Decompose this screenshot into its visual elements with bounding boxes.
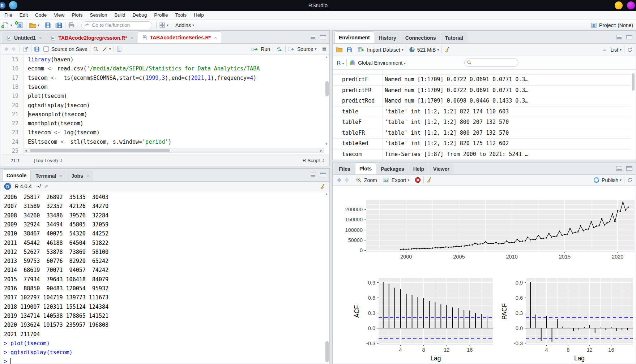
file-type-selector[interactable]: R Script⇕ [303,158,325,163]
scope-selector[interactable]: (Top Level)⇕ [34,158,63,163]
menu-item-session[interactable]: Session [86,11,111,20]
refresh-plot-icon[interactable] [627,177,633,183]
chevron-down-icon[interactable]: ▾ [315,47,316,51]
plots-tab-viewer[interactable]: Viewer [429,163,454,174]
close-icon[interactable]: × [39,35,42,41]
maximize-pane-icon[interactable] [320,35,326,39]
editor-tab-tabacode1timeseries-r[interactable]: TABAcode1timeSeries.R*× [138,31,221,43]
close-icon[interactable]: × [214,35,217,40]
source-on-save-checkbox[interactable] [43,46,49,52]
close-icon[interactable]: × [60,173,63,179]
open-in-new-icon[interactable]: ⇗ [44,183,48,190]
hscroll-thumb[interactable] [30,149,170,152]
environment-tab-connections[interactable]: Connections [401,32,440,43]
environment-row[interactable]: table'table' int [1:2, 1:2] 822 174 110 … [333,107,631,118]
menu-item-edit[interactable]: Edit [16,11,31,20]
environment-row[interactable]: predictFRNamed num [1:1709] 0.0722 0.069… [333,86,631,96]
menu-item-code[interactable]: Code [31,11,50,20]
back-icon[interactable] [3,46,9,52]
menu-item-file[interactable]: File [1,11,16,20]
console-tab-terminal[interactable]: Terminal× [31,170,67,181]
environment-row[interactable]: tableRed'table' int [1:2, 1:2] 820 175 1… [333,139,631,150]
refresh-icon[interactable] [627,47,633,53]
menu-item-plots[interactable]: Plots [68,11,86,20]
environment-tab-environment[interactable]: Environment [334,31,374,43]
open-in-window-icon[interactable] [22,46,29,52]
menu-item-build[interactable]: Build [111,11,129,20]
open-file-button[interactable]: ▾ [29,22,39,29]
scroll-up-icon[interactable]: ▲ [325,56,328,59]
scroll-left-icon[interactable]: ◀ [25,149,27,152]
environment-selector[interactable]: Global Environment▾ [358,60,406,66]
environment-row[interactable]: predictRedNamed num [1:1709] 0.0698 0.04… [333,96,631,107]
next-plot-icon[interactable] [344,177,350,183]
run-button[interactable]: Run [251,46,270,52]
chevron-down-icon[interactable]: ▾ [109,47,111,51]
scroll-right-icon[interactable]: ▶ [320,149,323,152]
menu-item-view[interactable]: View [50,11,68,20]
menu-item-tools[interactable]: Tools [172,11,191,20]
language-selector[interactable]: R▾ [337,60,344,66]
minimize-pane-icon[interactable] [616,166,622,171]
chevron-down-icon[interactable]: ▾ [10,23,12,27]
environment-tab-tutorial[interactable]: Tutorial [441,32,468,43]
remove-plot-icon[interactable] [415,177,421,183]
console-output[interactable]: 2006 25817 26892 35135 304032007 31589 3… [0,191,324,364]
plots-tab-files[interactable]: Files [334,163,355,174]
print-button[interactable] [68,22,74,29]
console-tab-console[interactable]: Console [2,169,31,181]
compile-report-icon[interactable] [116,46,122,52]
save-button[interactable] [45,22,51,28]
environment-row[interactable]: tableFR'table' int [1:2, 1:2] 800 207 13… [333,128,631,139]
window-control-magenta-icon[interactable] [627,1,635,9]
save-all-button[interactable] [55,22,63,29]
window-control-yellow-icon[interactable] [615,1,623,9]
new-project-button[interactable] [16,21,24,29]
code-tools-wand-icon[interactable] [102,46,108,52]
environment-row[interactable]: tsecomTime-Series [1:87] from 2000 to 20… [333,150,631,160]
chevron-down-icon[interactable]: ▾ [167,23,168,27]
code-editor[interactable]: 1516171819202122232425 library(haven)eco… [0,55,329,156]
environment-tab-history[interactable]: History [375,32,401,43]
load-workspace-folder-icon[interactable] [336,46,342,53]
zoom-plot-button[interactable]: Zoom [356,177,377,183]
minimize-pane-icon[interactable] [310,35,316,39]
scroll-up-icon[interactable]: ▲ [325,192,328,196]
rerun-icon[interactable] [276,46,283,52]
minimize-pane-icon[interactable] [310,173,316,177]
document-outline-icon[interactable]: ≣ [322,46,326,52]
plots-tab-plots[interactable]: Plots [355,162,376,174]
find-replace-icon[interactable] [93,46,99,52]
editor-vscrollbar[interactable] [325,81,329,96]
maximize-pane-icon[interactable] [626,35,632,39]
console-vscrollbar[interactable] [325,341,329,362]
clear-environment-broom-icon[interactable] [444,47,451,53]
source-button[interactable]: Source ▾ [288,46,316,52]
new-file-button[interactable]: ▾ [2,22,12,29]
environment-row[interactable]: tableF'table' int [1:2, 1:2] 800 207 132… [333,117,631,128]
environment-row[interactable]: predictFNamed num [1:1709] 0.0722 0.0691… [333,75,631,86]
minimize-pane-icon[interactable] [616,35,622,39]
console-tab-jobs[interactable]: Jobs× [67,170,93,181]
publish-button[interactable]: Publish ▾ [593,177,622,183]
save-icon[interactable] [34,46,40,52]
addins-button[interactable]: Addins ▾ [174,22,194,28]
forward-icon[interactable] [11,46,17,52]
environment-vscrollbar[interactable] [632,73,635,91]
plots-tab-help[interactable]: Help [409,163,428,174]
chevron-down-icon[interactable]: ▾ [38,23,39,27]
panes-layout-button[interactable]: ▾ [159,22,168,28]
view-mode-button[interactable]: List ▾ [608,47,622,53]
previous-plot-icon[interactable] [336,177,342,183]
scroll-down-icon[interactable]: ▼ [325,143,328,146]
project-menu-button[interactable]: Project: (None) [590,22,633,29]
clear-console-broom-icon[interactable] [320,183,326,190]
menu-item-debug[interactable]: Debug [129,11,150,20]
editor-tab-tabacode2logregression-r[interactable]: TABAcode2logregression.R*× [46,32,137,43]
menu-item-profile[interactable]: Profile [150,11,171,20]
close-icon[interactable]: × [131,35,133,41]
goto-file-input[interactable] [81,21,152,29]
editor-tab-untitled1[interactable]: Untitled1× [2,32,46,43]
environment-search-input[interactable] [464,58,518,67]
memory-usage-button[interactable]: 521 MiB ▾ [409,47,439,53]
